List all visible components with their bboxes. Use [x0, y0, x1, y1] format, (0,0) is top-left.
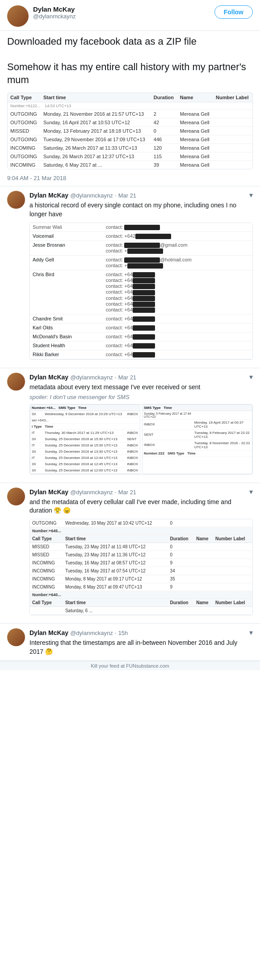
table-row: Call Type Start time Duration Name Numbe…: [30, 535, 252, 543]
tweet-4-handle: @dylanmckaynz: [70, 489, 113, 496]
tweet-3-name: Dylan McKay: [29, 374, 68, 381]
tweet-5-handle: @dylanmckaynz: [70, 630, 113, 636]
tweet-line1: Downloaded my facebook data as a ZIP fil…: [7, 35, 253, 48]
watermark: Kill your feed at FUNsubstance.com: [0, 661, 260, 670]
list-item: Rikki Barker contact: +64: [30, 350, 252, 359]
col-start: Start time: [41, 93, 151, 102]
tweet-line2: Somehow it has my entire call history wi…: [7, 61, 253, 86]
list-item: Chris Bird contact: +64 contact: +64 con…: [30, 270, 252, 315]
tweet-2-name: Dylan McKay: [29, 192, 68, 199]
sms-container: Number:+64... SMS Type Time 3X Wednesday…: [29, 404, 253, 475]
tweet-3-date: Mar 21: [118, 374, 136, 381]
duration-col: Duration: [168, 535, 194, 543]
list-item: Chandre Smit contact: +64: [30, 314, 252, 323]
table-row: INCOMING Monday, 8 May 2017 at 09:17 UTC…: [30, 575, 252, 583]
tweet-2-text: a historical record of every single cont…: [29, 201, 253, 219]
list-item: Addy Gell contact: @hotmail.com contact:…: [30, 255, 252, 270]
tweet-3-content: Dylan McKay @dylanmckaynz · Mar 21 ▾ met…: [29, 373, 253, 478]
table-row: 3X Sunday, 25 December 2016 at 12:00 UTC…: [30, 467, 140, 473]
avatar-4: [7, 488, 25, 505]
list-item: Jesse Brosnan contact: @gmail.com contac…: [30, 240, 252, 255]
tweet-4-name: Dylan McKay: [29, 488, 68, 496]
col-dur: Duration: [151, 93, 177, 102]
emoji-icon: 😤 😠: [54, 507, 71, 514]
table-row: 3X Sunday, 25 December 2016 at 13:30 UTC…: [30, 448, 140, 454]
tweet-3-header: Dylan McKay @dylanmckaynz · Mar 21 ▾: [29, 373, 253, 381]
duration-col-2: Duration: [168, 599, 194, 607]
avatar-5: [7, 628, 25, 646]
table-row: IT Sunday, 25 December 2016 at 15:30 UTC…: [30, 442, 140, 448]
tweet-5: Dylan McKay @dylanmckaynz · 15h ▾ Intere…: [0, 624, 260, 661]
table-row: Number:+645...: [30, 527, 252, 535]
user-info: Dylan McKay @dylanmckaynz: [33, 5, 214, 20]
col-label: Number Label: [213, 93, 252, 102]
main-tweet-header: Dylan McKay @dylanmckaynz Follow: [0, 0, 260, 31]
call-table-1: Call Type Start time Duration Name Numbe…: [7, 93, 253, 169]
tweet-2-handle: @dylanmckaynz: [70, 192, 113, 199]
table-row: MISSED Tuesday, 23 May 2017 at 11:48 UTC…: [30, 543, 252, 551]
table-row: INBOX Monday, 19 April 2017 at 00:37 UTC…: [143, 419, 252, 429]
table-row: OUTGOING Wednesday, 10 May 2017 at 10:42…: [30, 519, 252, 527]
table-row: i Type Time: [30, 423, 140, 429]
tweet-2-date: Mar 21: [118, 192, 136, 199]
table-row: INCOMING Monday, 8 May 2017 at 09:47 UTC…: [30, 583, 252, 591]
table-row: OUTGOING Tuesday, 29 November 2016 at 17…: [8, 135, 252, 144]
table-row: IT Thursday, 30 March 2017 at 11:29 UTC+…: [30, 429, 140, 436]
tweet-5-name: Dylan McKay: [29, 629, 68, 636]
tweet-2-header: Dylan McKay @dylanmckaynz · Mar 21 ▾: [29, 191, 253, 199]
tweet-4-text: and the metadata of every cellular call …: [29, 498, 253, 515]
list-item: Summar Wali contact:: [30, 223, 252, 232]
tweet-4-header: Dylan McKay @dylanmckaynz · Mar 21 ▾: [29, 488, 253, 496]
tweet-5-content: Dylan McKay @dylanmckaynz · 15h ▾ Intere…: [29, 628, 253, 656]
call-log-container: OUTGOING Wednesday, 10 May 2017 at 10:42…: [29, 519, 253, 615]
table-row: 3X Wednesday, 9 December 2016 at 23:29 U…: [30, 411, 140, 417]
tweet-4-content: Dylan McKay @dylanmckaynz · Mar 21 ▾ and…: [29, 488, 253, 619]
sms-table-right: SMS Type Time Sunday, 5 February 2017 at…: [142, 404, 252, 474]
table-row: OUTGOING Sunday, 26 March 2017 at 12:37 …: [8, 152, 252, 161]
student-health-label: Student Health: [30, 341, 103, 350]
table-row: INCOMING Saturday, 6 May 2017 at ... 39 …: [8, 161, 252, 169]
chevron-down-icon-5[interactable]: ▾: [249, 628, 253, 637]
thinking-emoji-icon: 🤔: [45, 648, 53, 655]
table-row: MISSED Tuesday, 23 May 2017 at 11:36 UTC…: [30, 551, 252, 559]
table-row: OUTGOING Sunday, 16 April 2017 at 10:53 …: [8, 118, 252, 127]
table-row: 3X Sunday, 25 December 2016 at 12:45 UTC…: [30, 461, 140, 467]
user-name: Dylan McKay: [33, 5, 214, 13]
table-row: MISSED Monday, 13 February 2017 at 18:18…: [8, 127, 252, 135]
list-item: McDonald's Basin contact: +64: [30, 332, 252, 341]
chevron-down-icon-4[interactable]: ▾: [249, 488, 253, 496]
chevron-down-icon-3[interactable]: ▾: [249, 373, 253, 381]
list-item: Karl Olds contact: +64: [30, 323, 252, 332]
avatar-3: [7, 373, 25, 391]
table-row: INCOMING Saturday, 26 March 2017 at 11:3…: [8, 144, 252, 152]
chevron-down-icon[interactable]: ▾: [249, 191, 253, 199]
table-row: Number:222 SMS Type Time: [143, 450, 252, 456]
table-row: ser:+643...: [30, 417, 140, 423]
tweet-3-text: metadata about every text message I've e…: [29, 383, 253, 392]
main-tweet-text: Downloaded my facebook data as a ZIP fil…: [0, 31, 260, 89]
tweet-timestamp: 9:04 AM - 21 Mar 2018: [0, 173, 260, 186]
tweet-3: Dylan McKay @dylanmckaynz · Mar 21 ▾ met…: [0, 368, 260, 483]
tweet-5-text: Interesting that the timestamps are all …: [29, 639, 253, 656]
tweet-3-handle: @dylanmckaynz: [70, 374, 113, 381]
col-type: Call Type: [8, 93, 41, 102]
contacts-table-container: Summar Wali contact: Voicemail contact: …: [29, 223, 253, 360]
follow-button[interactable]: Follow: [214, 5, 253, 19]
sms-table-left: Number:+64... SMS Type Time 3X Wednesday…: [30, 404, 140, 474]
table-row: INCOMING Tuesday, 16 May 2017 at 08:57 U…: [30, 559, 252, 567]
table-row: Saturday, 6 ...: [30, 607, 252, 615]
user-handle: @dylanmckaynz: [33, 13, 214, 20]
tweet-5-header: Dylan McKay @dylanmckaynz · 15h ▾: [29, 628, 253, 637]
list-item: Voicemail contact: +642: [30, 231, 252, 240]
tweet-3-spoiler: spoiler: I don't use messenger for SMS: [29, 394, 253, 400]
table-row: SENT Tuesday, 8 February 2017 at 22:22 U…: [143, 429, 252, 440]
table-row: 3X Sunday, 25 December 2016 at 15:30 UTC…: [30, 436, 140, 442]
tweet-5-date: 15h: [118, 630, 128, 636]
col-name: Name: [177, 93, 213, 102]
table-row: OUTGOING Monday, 21 November 2016 at 21:…: [8, 110, 252, 118]
table-row: Sunday, 5 February 2017 at 17:44 UTC+13: [143, 411, 252, 419]
table-row: IT Sunday, 25 December 2016 at 12:44 UTC…: [30, 454, 140, 461]
table-row: Call Type Start time Duration Name Numbe…: [30, 599, 252, 607]
list-item: Student Health contact: +64: [30, 341, 252, 350]
table-row: Number:+640...: [30, 591, 252, 599]
